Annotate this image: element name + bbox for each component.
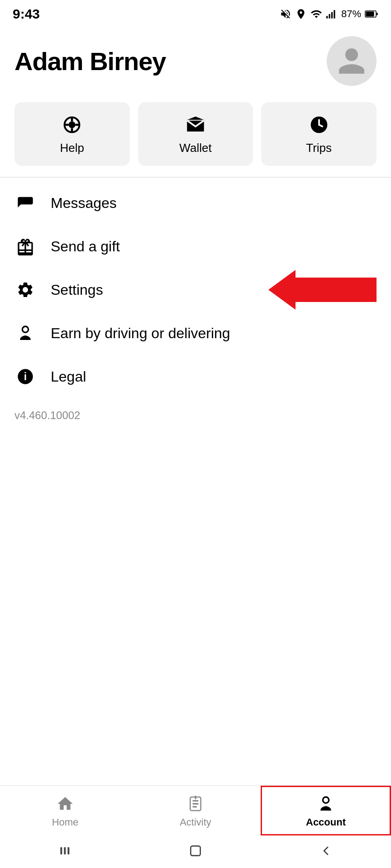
android-home-icon bbox=[188, 844, 203, 858]
messages-icon bbox=[16, 194, 34, 212]
svg-rect-3 bbox=[334, 10, 335, 18]
battery-icon bbox=[365, 8, 378, 20]
svg-rect-25 bbox=[67, 847, 69, 854]
settings-icon-container bbox=[14, 281, 36, 299]
legal-menu-item[interactable]: i Legal bbox=[0, 355, 391, 398]
messages-label: Messages bbox=[51, 195, 117, 212]
android-back-button[interactable] bbox=[319, 844, 333, 858]
android-back-icon bbox=[319, 844, 333, 858]
mute-icon bbox=[280, 8, 291, 20]
recent-apps-button[interactable] bbox=[58, 844, 72, 858]
wallet-icon bbox=[186, 115, 205, 135]
send-a-gift-icon-container bbox=[14, 237, 36, 255]
legal-icon-container: i bbox=[14, 368, 36, 386]
status-time: 9:43 bbox=[13, 6, 40, 22]
recent-apps-icon bbox=[58, 844, 72, 858]
battery-text: 87% bbox=[341, 8, 361, 20]
android-home-button[interactable] bbox=[188, 844, 203, 858]
status-bar: 9:43 87% bbox=[0, 0, 391, 25]
trips-label: Trips bbox=[306, 141, 332, 155]
settings-icon bbox=[16, 281, 34, 299]
settings-menu-item[interactable]: Settings bbox=[0, 268, 391, 311]
activity-nav-icon bbox=[186, 795, 205, 813]
gift-icon bbox=[16, 237, 34, 255]
legal-label: Legal bbox=[51, 368, 86, 385]
nav-home[interactable]: Home bbox=[0, 786, 130, 835]
avatar-icon bbox=[336, 45, 367, 77]
nav-home-label: Home bbox=[52, 816, 79, 828]
settings-label: Settings bbox=[51, 282, 103, 298]
nav-activity[interactable]: Activity bbox=[130, 786, 261, 835]
svg-rect-26 bbox=[191, 846, 200, 855]
arrow-body bbox=[295, 278, 377, 302]
earn-menu-item[interactable]: Earn by driving or delivering bbox=[0, 311, 391, 355]
status-icons: 87% bbox=[280, 8, 378, 20]
help-icon bbox=[62, 115, 82, 135]
earn-icon-container bbox=[14, 324, 36, 342]
earn-label: Earn by driving or delivering bbox=[51, 325, 230, 342]
help-button[interactable]: Help bbox=[14, 102, 130, 166]
arrow-head bbox=[268, 270, 296, 310]
wallet-button[interactable]: Wallet bbox=[138, 102, 253, 166]
user-name: Adam Birney bbox=[14, 47, 166, 76]
help-label: Help bbox=[60, 141, 84, 155]
account-nav-icon bbox=[317, 795, 335, 813]
send-a-gift-label: Send a gift bbox=[51, 238, 120, 255]
settings-arrow-annotation bbox=[268, 270, 377, 310]
messages-icon-container bbox=[14, 194, 36, 212]
svg-rect-23 bbox=[60, 847, 62, 854]
svg-point-8 bbox=[69, 122, 76, 128]
earn-icon bbox=[16, 324, 34, 342]
quick-actions: Help Wallet Trips bbox=[0, 95, 391, 177]
android-nav-bar bbox=[0, 835, 391, 868]
send-a-gift-menu-item[interactable]: Send a gift bbox=[0, 225, 391, 268]
svg-rect-2 bbox=[331, 12, 333, 19]
svg-text:i: i bbox=[24, 371, 27, 382]
wallet-label: Wallet bbox=[179, 141, 211, 155]
svg-rect-1 bbox=[329, 14, 330, 19]
menu-list: Messages Send a gift Settings bbox=[0, 178, 391, 402]
nav-account-label: Account bbox=[306, 816, 346, 828]
nav-account[interactable]: Account bbox=[261, 786, 391, 835]
header: Adam Birney bbox=[0, 25, 391, 95]
legal-icon: i bbox=[16, 368, 34, 386]
wifi-icon bbox=[310, 8, 322, 20]
trips-icon bbox=[309, 115, 329, 135]
avatar[interactable] bbox=[327, 36, 377, 86]
content-spacer bbox=[0, 436, 391, 785]
signal-icon bbox=[326, 8, 338, 20]
location-icon bbox=[295, 8, 307, 20]
home-nav-icon bbox=[56, 795, 74, 813]
version-text: v4.460.10002 bbox=[0, 402, 391, 436]
trips-button[interactable]: Trips bbox=[261, 102, 377, 166]
bottom-nav: Home Activity Account bbox=[0, 785, 391, 835]
nav-activity-label: Activity bbox=[180, 816, 211, 828]
messages-menu-item[interactable]: Messages bbox=[0, 181, 391, 225]
svg-rect-5 bbox=[366, 12, 374, 17]
svg-rect-0 bbox=[326, 16, 328, 18]
svg-rect-24 bbox=[64, 847, 66, 854]
